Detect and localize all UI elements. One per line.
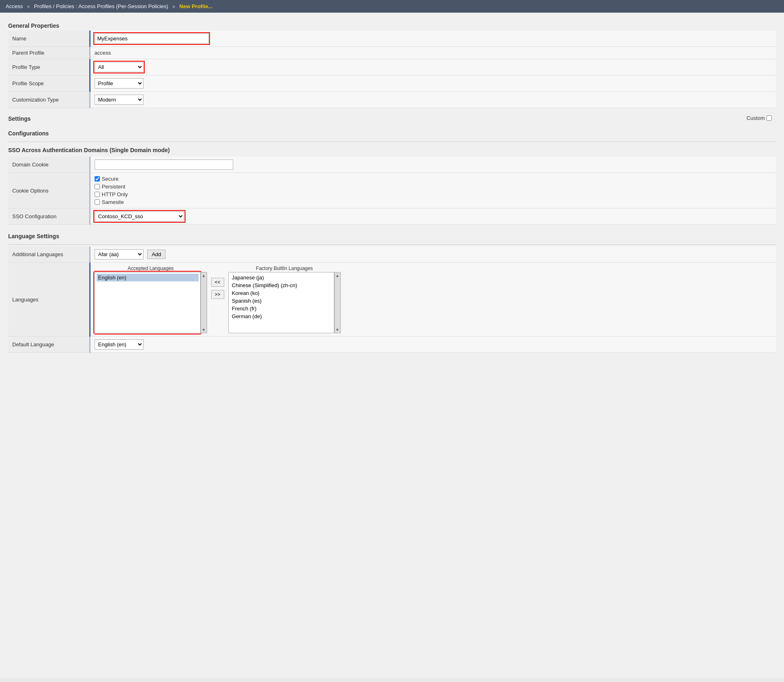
factory-languages-scrollbar[interactable]: ▲ ▼ [334, 272, 341, 333]
cookie-options-row: Cookie Options Secure Persistent HTTP On… [8, 173, 776, 208]
cookie-options-group: Secure Persistent HTTP Only Samesite [95, 176, 772, 205]
profile-scope-cell: Profile [90, 75, 776, 92]
profile-scope-row: Profile Scope Profile [8, 75, 776, 92]
settings-title: Settings [8, 112, 31, 124]
customization-type-label: Customization Type [8, 92, 90, 108]
factory-languages-title: Factory BuiltIn Languages [228, 266, 341, 271]
add-language-button[interactable]: Add [147, 250, 166, 259]
additional-languages-cell: Afar (aa) Add [90, 246, 776, 263]
cookie-httponly-checkbox[interactable] [95, 192, 100, 197]
language-settings-title: Language Settings [8, 230, 776, 241]
sso-section-title: SSO Across Authentication Domains (Singl… [8, 144, 776, 155]
profile-type-select[interactable]: All [95, 62, 144, 72]
configurations-divider [8, 142, 776, 142]
breadcrumb-sep-1: » [27, 3, 30, 9]
cookie-secure-label: Secure [102, 176, 119, 182]
sso-config-label: SSO Configuration [8, 208, 90, 225]
factory-lang-fr[interactable]: French (fr) [230, 305, 332, 312]
sso-table: Domain Cookie Cookie Options Secure Pers… [8, 157, 776, 225]
cookie-samesite-checkbox[interactable] [95, 199, 100, 205]
language-arrow-buttons: << >> [210, 266, 226, 299]
custom-checkbox[interactable] [766, 115, 772, 121]
accepted-languages-listbox[interactable]: English (en) [95, 272, 201, 333]
sso-config-select[interactable]: Contoso_KCD_sso [95, 211, 184, 221]
parent-profile-cell: access [90, 47, 776, 59]
factory-lang-de[interactable]: German (de) [230, 312, 332, 320]
breadcrumb-new-profile: New Profile... [179, 3, 213, 9]
breadcrumb-sep-2: » [172, 3, 175, 9]
accepted-languages-title: Accepted Languages [95, 266, 207, 271]
cookie-persistent-checkbox[interactable] [95, 184, 100, 189]
accepted-scroll-down-icon[interactable]: ▼ [201, 327, 207, 333]
languages-panels: Accepted Languages English (en) ▲ ▼ [95, 266, 772, 333]
cookie-samesite-label: Samesite [102, 199, 124, 205]
languages-label: Languages [8, 263, 90, 337]
default-language-select[interactable]: English (en) [95, 339, 144, 350]
customization-type-cell: Modern [90, 92, 776, 108]
domain-cookie-input[interactable] [95, 159, 233, 170]
additional-languages-select[interactable]: Afar (aa) [95, 249, 144, 259]
parent-profile-value: access [95, 50, 111, 56]
cookie-options-label: Cookie Options [8, 173, 90, 208]
move-right-button[interactable]: >> [211, 290, 224, 299]
parent-profile-row: Parent Profile access [8, 47, 776, 59]
accepted-languages-scrollbar[interactable]: ▲ ▼ [201, 272, 207, 333]
cookie-samesite-item: Samesite [95, 199, 772, 205]
cookie-persistent-label: Persistent [102, 184, 126, 190]
profile-type-row: Profile Type All [8, 59, 776, 75]
factory-lang-zh[interactable]: Chinese (Simplified) (zh-cn) [230, 281, 332, 289]
header-breadcrumb: Access » Profiles / Policies : Access Pr… [0, 0, 784, 13]
general-properties-table: Name Parent Profile access Profile Type … [8, 31, 776, 108]
name-label: Name [8, 31, 90, 47]
name-row: Name [8, 31, 776, 47]
accepted-scroll-up-icon[interactable]: ▲ [201, 272, 207, 279]
main-content: General Properties Name Parent Profile a… [0, 13, 784, 678]
domain-cookie-row: Domain Cookie [8, 157, 776, 173]
breadcrumb-profiles[interactable]: Profiles / Policies : Access Profiles (P… [34, 3, 168, 9]
custom-label[interactable]: Custom [746, 115, 772, 121]
domain-cookie-label: Domain Cookie [8, 157, 90, 173]
additional-languages-row: Additional Languages Afar (aa) Add [8, 246, 776, 263]
cookie-secure-checkbox[interactable] [95, 176, 100, 182]
breadcrumb-access[interactable]: Access [6, 3, 23, 9]
sso-config-cell: Contoso_KCD_sso [90, 208, 776, 225]
factory-lang-ko[interactable]: Korean (ko) [230, 289, 332, 297]
general-properties-title: General Properties [8, 19, 776, 31]
custom-checkbox-row: Custom [742, 113, 776, 123]
accepted-languages-panel: Accepted Languages English (en) ▲ ▼ [95, 266, 207, 333]
language-settings-divider [8, 244, 776, 245]
language-settings-table: Additional Languages Afar (aa) Add Langu… [8, 246, 776, 353]
profile-type-label: Profile Type [8, 59, 90, 75]
cookie-persistent-item: Persistent [95, 184, 772, 190]
profile-scope-label: Profile Scope [8, 75, 90, 92]
factory-languages-listbox[interactable]: Japanese (ja) Chinese (Simplified) (zh-c… [228, 272, 334, 333]
domain-cookie-cell [90, 157, 776, 173]
cookie-secure-item: Secure [95, 176, 772, 182]
accepted-lang-en[interactable]: English (en) [97, 274, 199, 281]
languages-row: Languages Accepted Languages English (en… [8, 263, 776, 337]
custom-label-text: Custom [746, 115, 765, 121]
default-language-row: Default Language English (en) [8, 337, 776, 353]
default-language-cell: English (en) [90, 337, 776, 353]
languages-cell: Accepted Languages English (en) ▲ ▼ [90, 263, 776, 337]
profile-scope-select[interactable]: Profile [95, 78, 144, 89]
factory-lang-ja[interactable]: Japanese (ja) [230, 274, 332, 281]
cookie-options-cell: Secure Persistent HTTP Only Samesite [90, 173, 776, 208]
additional-languages-label: Additional Languages [8, 246, 90, 263]
factory-languages-panel: Factory BuiltIn Languages Japanese (ja) … [228, 266, 341, 333]
factory-lang-es[interactable]: Spanish (es) [230, 297, 332, 305]
factory-scroll-up-icon[interactable]: ▲ [335, 272, 340, 279]
default-language-label: Default Language [8, 337, 90, 353]
cookie-httponly-label: HTTP Only [102, 191, 128, 197]
customization-type-row: Customization Type Modern [8, 92, 776, 108]
profile-type-cell: All [90, 59, 776, 75]
name-input[interactable] [95, 33, 209, 44]
customization-type-select[interactable]: Modern [95, 95, 144, 105]
name-cell [90, 31, 776, 47]
factory-scroll-down-icon[interactable]: ▼ [335, 327, 340, 333]
configurations-title: Configurations [8, 127, 776, 138]
parent-profile-label: Parent Profile [8, 47, 90, 59]
cookie-httponly-item: HTTP Only [95, 191, 772, 197]
sso-config-row: SSO Configuration Contoso_KCD_sso [8, 208, 776, 225]
move-left-button[interactable]: << [211, 278, 224, 287]
